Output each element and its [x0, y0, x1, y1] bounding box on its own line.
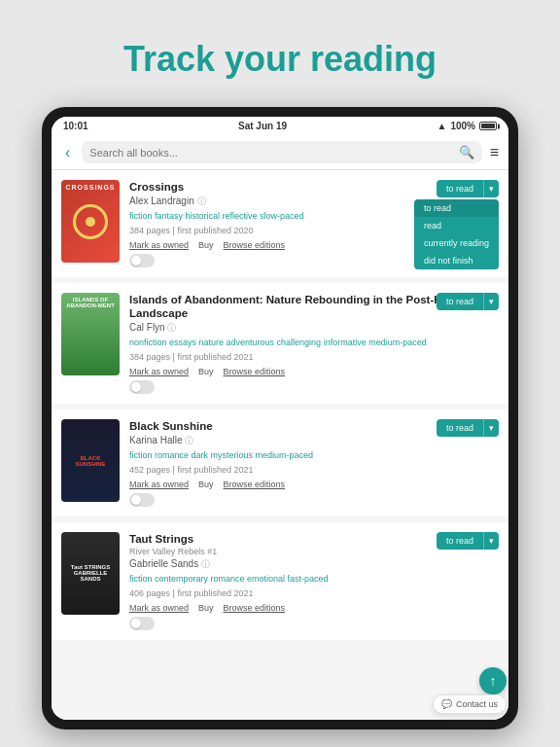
search-icon: 🔍: [459, 145, 474, 160]
book-card-black-sunshine: BLACK SUNSHINE Black Sunshine Karina Hal…: [52, 409, 508, 516]
status-toggle-black-sunshine[interactable]: [129, 493, 155, 507]
page-title: Track your reading: [123, 39, 437, 80]
read-status-container-islands: to read ▾: [437, 293, 499, 310]
read-status-container-taut-strings: to read ▾: [437, 532, 499, 550]
status-date: Sat Jun 19: [238, 121, 287, 131]
tablet-screen: 10:01 Sat Jun 19 ▲ 100% ‹ 🔍 ≡: [52, 117, 508, 720]
book-list: CROSSINGS Crossings Alex Landragin ⓘ fic…: [52, 170, 508, 720]
read-status-dropdown-black-sunshine[interactable]: ▾: [483, 419, 499, 437]
buy-islands[interactable]: Buy: [198, 367, 214, 376]
book-author-taut-strings: Gabrielle Sands ⓘ: [129, 558, 499, 571]
tablet-frame: 10:01 Sat Jun 19 ▲ 100% ‹ 🔍 ≡: [42, 107, 518, 729]
status-toggle-crossings[interactable]: [129, 254, 155, 267]
toggle-knob-crossings: [131, 256, 141, 266]
status-time: 10:01: [63, 121, 88, 131]
read-status-container-crossings: to read ▾ to read read currently reading…: [414, 180, 499, 269]
toggle-knob-islands: [131, 382, 141, 392]
status-bar: 10:01 Sat Jun 19 ▲ 100%: [52, 117, 508, 135]
cover-title-islands: ISLANDS OF ABANDON-MENT: [61, 293, 120, 312]
status-toggle-islands[interactable]: [129, 380, 155, 394]
read-status-container-black-sunshine: to read ▾: [437, 419, 499, 437]
scroll-up-fab[interactable]: ↑: [479, 667, 507, 694]
book-bottom-black-sunshine: [129, 493, 499, 507]
read-status-btn-islands[interactable]: to read: [437, 293, 483, 310]
dropdown-currently-reading-crossings[interactable]: currently reading: [414, 234, 499, 252]
wifi-icon: ▲: [438, 121, 447, 131]
contact-fab[interactable]: 💬 Contact us: [433, 694, 507, 714]
read-status-dropdown-taut-strings[interactable]: ▾: [483, 532, 499, 550]
browse-editions-crossings[interactable]: Browse editions: [224, 240, 286, 250]
book-tags-taut-strings: fiction contemporary romance emotional f…: [129, 573, 499, 586]
book-card: CROSSINGS Crossings Alex Landragin ⓘ fic…: [52, 170, 508, 277]
book-actions-islands: Mark as owned Buy Browse editions: [129, 367, 499, 376]
mark-owned-taut-strings[interactable]: Mark as owned: [129, 603, 189, 613]
author-info-icon-black-sunshine: ⓘ: [185, 436, 193, 445]
search-bar[interactable]: 🔍: [82, 141, 481, 163]
buy-taut-strings[interactable]: Buy: [198, 603, 214, 613]
book-cover-islands: ISLANDS OF ABANDON-MENT: [61, 293, 120, 375]
read-status-btn-black-sunshine[interactable]: to read: [437, 419, 483, 437]
read-status-row-crossings: to read ▾: [437, 180, 499, 197]
book-card-taut-strings: Taut STRINGS GABRIELLE SANDS Taut String…: [52, 522, 508, 641]
author-info-icon-islands: ⓘ: [167, 323, 176, 333]
top-bar: ‹ 🔍 ≡: [52, 135, 508, 170]
read-status-btn-taut-strings[interactable]: to read: [437, 532, 483, 550]
search-input[interactable]: [89, 147, 452, 159]
toggle-knob-black-sunshine: [131, 495, 141, 505]
status-right: ▲ 100%: [438, 121, 497, 131]
book-meta-taut-strings: 406 pages | first published 2021: [129, 588, 499, 598]
mark-owned-black-sunshine[interactable]: Mark as owned: [129, 480, 189, 489]
menu-icon[interactable]: ≡: [490, 144, 499, 161]
book-actions-taut-strings: Mark as owned Buy Browse editions: [129, 603, 499, 613]
browse-editions-islands[interactable]: Browse editions: [224, 367, 286, 376]
read-status-row-islands: to read ▾: [437, 293, 499, 310]
book-cover-black-sunshine: BLACK SUNSHINE: [61, 419, 120, 502]
toggle-knob-taut-strings: [131, 619, 141, 628]
dropdown-to-read-crossings[interactable]: to read: [414, 199, 499, 217]
cover-design-crossings: [73, 204, 108, 239]
book-cover-taut-strings: Taut STRINGS GABRIELLE SANDS: [61, 532, 120, 615]
author-info-icon-crossings: ⓘ: [197, 196, 206, 206]
book-tags-islands: nonfiction essays nature adventurous cha…: [129, 337, 499, 349]
contact-label: Contact us: [456, 699, 498, 709]
book-actions-black-sunshine: Mark as owned Buy Browse editions: [129, 480, 499, 489]
book-card-islands: ISLANDS OF ABANDON-MENT Islands of Aband…: [52, 283, 508, 404]
cover-title-taut-strings: Taut STRINGS GABRIELLE SANDS: [61, 560, 120, 586]
book-bottom-islands: [129, 380, 499, 394]
book-cover-crossings: CROSSINGS: [61, 180, 120, 263]
mark-owned-islands[interactable]: Mark as owned: [129, 367, 189, 376]
contact-icon: 💬: [441, 699, 452, 709]
read-status-row-taut-strings: to read ▾: [437, 532, 499, 550]
book-tags-black-sunshine: fiction romance dark mysterious medium-p…: [129, 449, 499, 462]
cover-title-crossings: CROSSINGS: [61, 184, 120, 191]
buy-black-sunshine[interactable]: Buy: [198, 480, 214, 489]
read-status-btn-crossings[interactable]: to read: [437, 180, 483, 197]
cover-dot-crossings: [86, 217, 95, 227]
browse-editions-taut-strings[interactable]: Browse editions: [224, 603, 286, 613]
read-status-dropdown-crossings[interactable]: ▾: [483, 180, 499, 197]
browse-editions-black-sunshine[interactable]: Browse editions: [224, 480, 286, 489]
mark-owned-crossings[interactable]: Mark as owned: [129, 240, 189, 250]
read-status-dropdown-islands[interactable]: ▾: [483, 293, 499, 310]
dropdown-menu-crossings: to read read currently reading did not f…: [414, 199, 499, 269]
read-status-row-black-sunshine: to read ▾: [437, 419, 499, 437]
battery-icon: [479, 122, 497, 130]
battery-label: 100%: [450, 121, 475, 131]
dropdown-did-not-finish-crossings[interactable]: did not finish: [414, 252, 499, 269]
back-button[interactable]: ‹: [61, 142, 74, 163]
author-info-icon-taut-strings: ⓘ: [201, 559, 210, 569]
book-bottom-taut-strings: [129, 617, 499, 630]
book-meta-black-sunshine: 452 pages | first published 2021: [129, 465, 499, 475]
book-author-islands: Cal Flyn ⓘ: [129, 322, 499, 335]
dropdown-read-crossings[interactable]: read: [414, 217, 499, 234]
status-toggle-taut-strings[interactable]: [129, 617, 155, 630]
cover-title-black-sunshine: BLACK SUNSHINE: [61, 451, 120, 471]
book-meta-islands: 384 pages | first published 2021: [129, 352, 499, 362]
buy-crossings[interactable]: Buy: [198, 240, 214, 250]
